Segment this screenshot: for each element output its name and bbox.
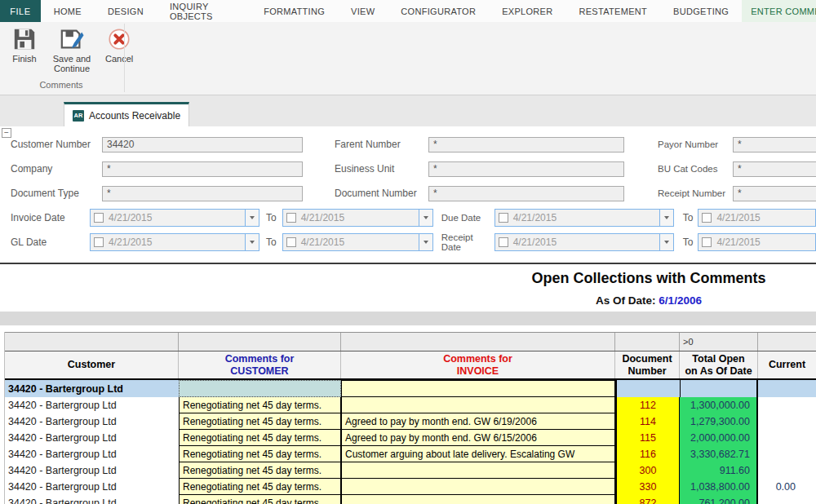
invoice-date-from-checkbox[interactable] bbox=[94, 213, 104, 223]
payor-number-input[interactable] bbox=[733, 137, 816, 153]
current-cell bbox=[758, 495, 816, 504]
customer-cell: 34420 - Bartergroup Ltd bbox=[5, 413, 179, 430]
customer-cell: 34420 - Bartergroup Ltd bbox=[5, 462, 179, 479]
table-row: 34420 - Bartergroup Ltd Renegotiating ne… bbox=[5, 413, 816, 430]
filter-band-row: >0 bbox=[5, 332, 816, 351]
customer-comment-cell[interactable]: Renegotiating net 45 day terms. bbox=[179, 413, 341, 430]
document-tab-strip: AR Accounts Receivable bbox=[0, 95, 816, 126]
ribbon-tab-enter-comments[interactable]: ENTER COMME bbox=[742, 0, 816, 22]
customer-comment-cell[interactable]: Renegotiating net 45 day terms. bbox=[179, 446, 341, 462]
invoice-date-to-picker[interactable]: 4/21/2015 bbox=[282, 209, 433, 227]
ribbon-tab-explorer[interactable]: EXPLORER bbox=[489, 0, 565, 22]
gl-date-to-checkbox[interactable] bbox=[286, 237, 296, 247]
customer-group-row: 34420 - Bartergroup Ltd bbox=[5, 380, 816, 397]
field-company: Company bbox=[11, 161, 303, 177]
due-date-from-checkbox[interactable] bbox=[499, 213, 508, 223]
receipt-date-to-value: 4/21/2015 bbox=[716, 237, 815, 248]
finish-button[interactable]: Finish bbox=[7, 25, 42, 75]
business-unit-label: Eusiness Unit bbox=[335, 163, 428, 175]
customer-number-input[interactable] bbox=[102, 137, 303, 153]
customer-comment-cell[interactable]: Renegotiating net 45 day terms. bbox=[179, 430, 341, 446]
save-and-continue-button[interactable]: Save and Continue bbox=[42, 25, 101, 75]
due-date-to-value: 4/21/2015 bbox=[716, 212, 815, 223]
ribbon: Finish Save and Continue Cancel Comment bbox=[0, 22, 816, 95]
page-gap-white bbox=[0, 325, 816, 332]
gl-date-from-picker[interactable]: 4/21/2015 bbox=[90, 233, 259, 251]
band-cell bbox=[5, 333, 179, 351]
receipt-date-from-dropdown-button[interactable] bbox=[659, 234, 673, 250]
receipt-number-input[interactable] bbox=[733, 186, 816, 201]
save-icon bbox=[12, 27, 37, 51]
due-date-from-picker[interactable]: 4/21/2015 bbox=[494, 209, 674, 227]
band-cell-filter: >0 bbox=[680, 333, 758, 351]
document-type-input[interactable] bbox=[102, 186, 303, 201]
due-date-from-dropdown-button[interactable] bbox=[659, 210, 673, 226]
company-input[interactable] bbox=[102, 161, 303, 177]
ribbon-tab-home[interactable]: HOME bbox=[41, 0, 95, 22]
chevron-down-icon bbox=[664, 216, 669, 219]
ribbon-tab-inquiry-objects[interactable]: INQUIRY OBJECTS bbox=[157, 0, 251, 22]
group-customer-comment-cell[interactable] bbox=[179, 380, 341, 397]
ribbon-tab-file[interactable]: FILE bbox=[0, 0, 41, 22]
customer-comment-cell[interactable]: Renegotiating net 45 day terms. bbox=[179, 495, 341, 504]
table-header-row: Customer Comments forCUSTOMER Comments f… bbox=[5, 351, 816, 380]
total-open-cell: 911.60 bbox=[680, 462, 758, 479]
document-number-input[interactable] bbox=[428, 186, 624, 201]
invoice-comment-cell[interactable]: Customer arguing about late delivery. Es… bbox=[341, 446, 615, 462]
gl-date-to-picker[interactable]: 4/21/2015 bbox=[282, 233, 433, 251]
receipt-date-from-picker[interactable]: 4/21/2015 bbox=[494, 233, 674, 251]
customer-comment-cell[interactable]: Renegotiating net 45 day terms. bbox=[179, 462, 341, 479]
invoice-date-from-dropdown-button[interactable] bbox=[245, 210, 259, 226]
ribbon-tab-restatement[interactable]: RESTATEMENT bbox=[565, 0, 660, 22]
receipt-date-from-value: 4/21/2015 bbox=[513, 237, 659, 248]
group-current-cell bbox=[758, 380, 816, 397]
current-cell: 0.00 bbox=[758, 479, 816, 495]
invoice-date-from-picker[interactable]: 4/21/2015 bbox=[90, 209, 259, 227]
ribbon-tab-design[interactable]: DESIGN bbox=[95, 0, 157, 22]
gl-date-from-dropdown-button[interactable] bbox=[245, 234, 259, 250]
gl-date-label: GL Date bbox=[11, 237, 90, 248]
due-date-to-picker[interactable]: 4/21/2015 bbox=[698, 209, 816, 227]
invoice-comment-cell[interactable] bbox=[341, 495, 615, 504]
cancel-button[interactable]: Cancel bbox=[101, 25, 137, 75]
document-number-cell: 115 bbox=[615, 430, 680, 446]
group-total-cell bbox=[680, 380, 758, 397]
due-date-to-checkbox[interactable] bbox=[702, 213, 712, 223]
ribbon-tab-configurator[interactable]: CONFIGURATOR bbox=[388, 0, 489, 22]
receipt-date-to-picker[interactable]: 4/21/2015 bbox=[698, 233, 816, 251]
group-invoice-comment-cell[interactable] bbox=[341, 380, 615, 397]
save-and-continue-button-label: Save and Continue bbox=[47, 54, 97, 73]
gl-date-to-dropdown-button[interactable] bbox=[419, 234, 432, 250]
customer-comment-cell[interactable]: Renegotiating net 45 day terms. bbox=[179, 397, 341, 413]
total-open-cell: 1,300,000.00 bbox=[680, 397, 758, 413]
bu-cat-codes-input[interactable] bbox=[733, 161, 816, 177]
invoice-date-to-dropdown-button[interactable] bbox=[419, 210, 432, 226]
table-row: 34420 - Bartergroup Ltd Renegotiating ne… bbox=[5, 495, 816, 504]
field-payor-number: Payor Number bbox=[658, 136, 816, 153]
invoice-comment-cell[interactable]: Agreed to pay by month end. GW 6/15/2006 bbox=[341, 430, 615, 446]
invoice-comment-cell[interactable]: Agreed to pay by month end. GW 6/19/2006 bbox=[341, 413, 615, 430]
header-customer: Customer bbox=[5, 351, 179, 378]
gl-date-from-value: 4/21/2015 bbox=[109, 237, 245, 248]
business-unit-input[interactable] bbox=[428, 161, 624, 177]
ribbon-tab-budgeting[interactable]: BUDGETING bbox=[660, 0, 742, 22]
invoice-comment-cell[interactable] bbox=[341, 479, 615, 495]
band-cell bbox=[758, 333, 816, 351]
current-cell bbox=[758, 446, 816, 462]
gl-date-from-checkbox[interactable] bbox=[94, 237, 104, 247]
tab-accounts-receivable[interactable]: AR Accounts Receivable bbox=[64, 102, 189, 126]
ribbon-tab-view[interactable]: VIEW bbox=[338, 0, 388, 22]
customer-cell: 34420 - Bartergroup Ltd bbox=[5, 397, 179, 413]
to-label: To bbox=[266, 212, 277, 223]
document-number-cell: 116 bbox=[615, 446, 680, 462]
ribbon-tab-formatting[interactable]: FORMATTING bbox=[251, 0, 338, 22]
parent-number-input[interactable] bbox=[428, 137, 624, 153]
receipt-number-label: Receipt Number bbox=[658, 188, 733, 198]
receipt-date-from-checkbox[interactable] bbox=[499, 237, 508, 247]
invoice-date-from-value: 4/21/2015 bbox=[109, 212, 245, 223]
invoice-date-to-checkbox[interactable] bbox=[286, 213, 296, 223]
invoice-comment-cell[interactable] bbox=[341, 397, 615, 413]
customer-comment-cell[interactable]: Renegotiating net 45 day terms. bbox=[179, 479, 341, 495]
invoice-comment-cell[interactable] bbox=[341, 462, 615, 479]
receipt-date-to-checkbox[interactable] bbox=[702, 237, 712, 247]
